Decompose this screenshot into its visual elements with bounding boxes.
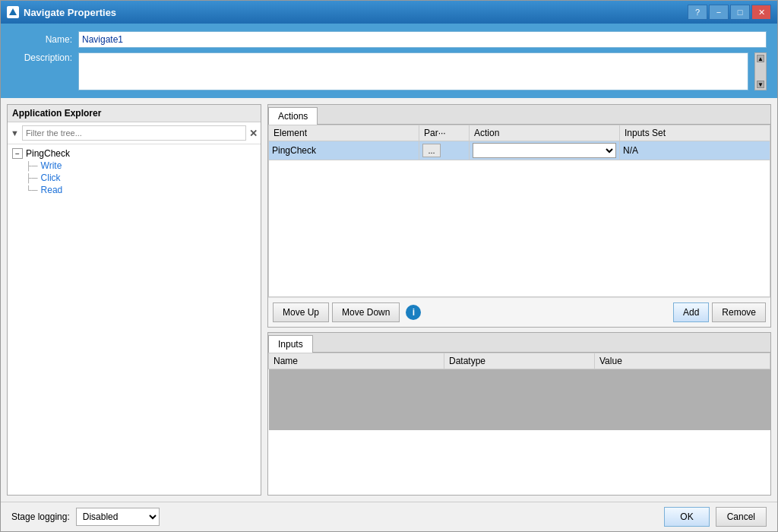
col-action: Action (470, 125, 620, 141)
tree-area: − PingCheck ├─ Write ├─ Click └─ Read (8, 144, 261, 495)
title-buttons: ? − □ ✕ (688, 5, 771, 20)
action-select[interactable] (473, 143, 616, 158)
move-up-button[interactable]: Move Up (273, 302, 329, 322)
tree-toggle[interactable]: − (12, 148, 23, 159)
title-bar: Navigate Properties ? − □ ✕ (1, 1, 777, 24)
description-textarea[interactable] (78, 52, 748, 90)
inputs-tab[interactable]: Inputs (268, 335, 313, 353)
form-area: Name: Description: ▲ ▼ (1, 24, 777, 98)
maximize-button[interactable]: □ (730, 5, 750, 20)
dialog-navigate-properties: Navigate Properties ? − □ ✕ Name: Descri… (0, 0, 778, 532)
move-down-button[interactable]: Move Down (332, 302, 400, 322)
tree-connector-write: ├─ (26, 161, 38, 170)
filter-row: ▼ ✕ (8, 122, 261, 144)
tree-child-write[interactable]: ├─ Write (24, 160, 258, 172)
name-input[interactable] (78, 31, 767, 48)
filter-icon: ▼ (11, 128, 19, 138)
tree-root-label: PingCheck (26, 148, 70, 159)
scroll-down-arrow[interactable]: ▼ (757, 81, 764, 88)
tree-child-click[interactable]: ├─ Click (24, 172, 258, 184)
inputs-col-value: Value (595, 353, 770, 369)
inputs-col-name: Name (269, 353, 444, 369)
description-label: Description: (11, 52, 72, 63)
tree-child-click-label: Click (41, 173, 61, 183)
actions-btn-row: Move Up Move Down i Add Remove (268, 297, 770, 327)
cell-action[interactable] (470, 141, 620, 160)
svg-marker-0 (9, 8, 17, 15)
remove-button[interactable]: Remove (712, 302, 766, 322)
description-scrollbar[interactable]: ▲ ▼ (754, 52, 767, 90)
main-content: Application Explorer ▼ ✕ − PingCheck ├─ … (1, 98, 777, 502)
actions-tab-panel: Actions Element Par··· Action Inputs Set (267, 104, 771, 328)
actions-table: Element Par··· Action Inputs Set PingChe… (268, 125, 770, 297)
scroll-up-arrow[interactable]: ▲ (757, 55, 764, 62)
tree-child-read[interactable]: └─ Read (24, 184, 258, 196)
description-row: Description: ▲ ▼ (11, 52, 767, 90)
tree-children: ├─ Write ├─ Click └─ Read (24, 160, 258, 196)
inputs-table: Name Datatype Value (268, 353, 770, 430)
dialog-title: Navigate Properties (24, 7, 116, 18)
stage-logging-select[interactable]: Disabled Enabled (76, 508, 160, 526)
col-element: Element (269, 125, 419, 141)
actions-empty-area (269, 160, 770, 297)
actions-tab[interactable]: Actions (268, 107, 318, 125)
close-button[interactable]: ✕ (751, 5, 771, 20)
stage-logging-label: Stage logging: (11, 511, 70, 522)
inputs-col-datatype: Datatype (444, 353, 595, 369)
right-panel: Actions Element Par··· Action Inputs Set (267, 104, 771, 496)
inputs-empty-row (269, 369, 770, 430)
tree-root-item[interactable]: − PingCheck (11, 147, 258, 160)
help-button[interactable]: ? (688, 5, 707, 20)
filter-clear-button[interactable]: ✕ (249, 128, 258, 138)
name-row: Name: (11, 31, 767, 48)
par-button[interactable]: ... (422, 144, 441, 157)
inputs-tab-header: Inputs (268, 333, 770, 353)
bottom-bar: Stage logging: Disabled Enabled OK Cance… (1, 502, 777, 531)
tree-connector-click: ├─ (26, 173, 38, 182)
ok-button[interactable]: OK (664, 507, 709, 527)
col-par: Par··· (419, 125, 470, 141)
cell-par: ... (419, 141, 470, 160)
app-explorer: Application Explorer ▼ ✕ − PingCheck ├─ … (7, 104, 261, 496)
table-row[interactable]: PingCheck ... (269, 141, 770, 160)
title-bar-left: Navigate Properties (7, 6, 116, 18)
cancel-button[interactable]: Cancel (716, 507, 767, 527)
name-label: Name: (11, 34, 72, 45)
explorer-header: Application Explorer (8, 105, 261, 122)
actions-table-wrap: Element Par··· Action Inputs Set PingChe… (268, 125, 770, 297)
add-button[interactable]: Add (673, 302, 709, 322)
col-inputs-set: Inputs Set (620, 125, 770, 141)
tree-child-read-label: Read (41, 185, 63, 195)
tree-child-write-label: Write (41, 160, 62, 171)
tab-header: Actions (268, 105, 770, 125)
dialog-icon (7, 6, 19, 18)
cell-inputs-set: N/A (620, 141, 770, 160)
cell-element: PingCheck (269, 141, 419, 160)
minimize-button[interactable]: − (709, 5, 729, 20)
filter-input[interactable] (22, 125, 246, 141)
info-icon: i (406, 305, 421, 320)
inputs-panel: Inputs Name Datatype Value (267, 332, 771, 496)
tree-connector-read: └─ (26, 185, 38, 195)
